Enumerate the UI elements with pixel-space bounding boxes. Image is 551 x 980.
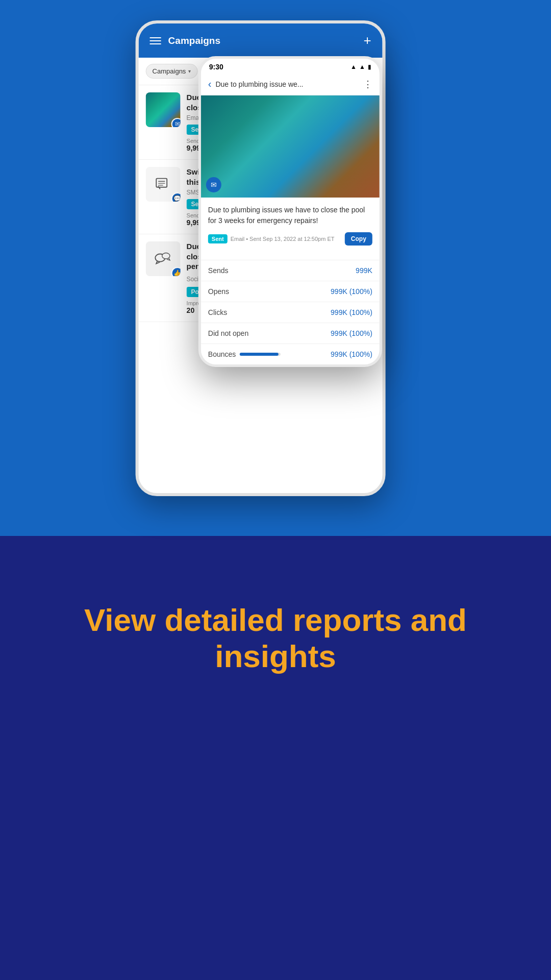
bounces-progress-fill bbox=[240, 353, 279, 356]
opens-stat-value: 999K (100%) bbox=[331, 287, 372, 296]
hamburger-icon[interactable] bbox=[150, 37, 161, 44]
clicks-stat-label: Clicks bbox=[208, 308, 227, 316]
bounces-stat-row: Bounces 999K (100%) bbox=[201, 344, 380, 364]
promo-title: View detailed reports and insights bbox=[31, 602, 520, 675]
sends-stat-label: Sends bbox=[208, 266, 229, 275]
wifi-icon: ▲ bbox=[359, 63, 365, 70]
clicks-stat-value: 999K (100%) bbox=[331, 308, 372, 316]
battery-icon: ▮ bbox=[368, 63, 371, 70]
promo-section: View detailed reports and insights bbox=[0, 536, 551, 750]
bounces-left: Bounces bbox=[208, 350, 281, 358]
plus-icon[interactable]: + bbox=[363, 33, 371, 48]
social-type-badge: 👍 bbox=[171, 267, 181, 276]
copy-button[interactable]: Copy bbox=[345, 232, 372, 246]
stats-section: Sends 999K Opens 999K (100%) Clicks 999K… bbox=[201, 260, 380, 364]
svg-rect-0 bbox=[156, 179, 167, 187]
opens-stat-row: Opens 999K (100%) bbox=[201, 281, 380, 302]
status-bar: 9:30 ▲ ▲ ▮ bbox=[201, 59, 380, 73]
social-chat-icon bbox=[153, 248, 174, 270]
top-section: Campaigns + Campaigns ▾ Status ▾ Last mo… bbox=[0, 0, 551, 536]
app-bar: Campaigns + bbox=[139, 23, 383, 58]
back-arrow-icon[interactable]: ‹ bbox=[208, 78, 212, 90]
app-bar-title: Campaigns bbox=[168, 35, 220, 46]
clicks-stat-row: Clicks 999K (100%) bbox=[201, 302, 380, 323]
detail-body: Due to plumbing issues we have to close … bbox=[201, 198, 380, 260]
bounces-progress-container bbox=[240, 353, 281, 356]
detail-meta-info: Sent Email • Sent Sep 13, 2022 at 12:50p… bbox=[208, 234, 335, 243]
bounces-label: Bounces bbox=[208, 350, 236, 358]
detail-campaign-image: ✉ bbox=[201, 95, 380, 198]
email-type-badge: ✉ bbox=[171, 118, 181, 127]
detail-header-title: Due to plumbing issue we... bbox=[215, 80, 363, 88]
more-options-icon[interactable]: ⋮ bbox=[363, 79, 372, 90]
did-not-open-stat-row: Did not open 999K (100%) bbox=[201, 323, 380, 344]
signal-icon: ▲ bbox=[350, 63, 357, 70]
email-channel-icon: ✉ bbox=[206, 177, 221, 192]
status-time: 9:30 bbox=[209, 63, 223, 71]
foreground-phone: 9:30 ▲ ▲ ▮ ‹ Due to plumbing issue we...… bbox=[198, 56, 382, 367]
did-not-open-label: Did not open bbox=[208, 329, 248, 337]
status-icons: ▲ ▲ ▮ bbox=[350, 63, 371, 70]
campaign-thumbnail-2: 💬 bbox=[146, 167, 181, 202]
detail-sent-badge: Sent bbox=[208, 234, 228, 243]
bounces-value: 999K (100%) bbox=[331, 350, 372, 358]
campaign-thumbnail-1: ✉ bbox=[146, 92, 181, 127]
opens-stat-label: Opens bbox=[208, 287, 229, 296]
detail-meta-text: Email • Sent Sep 13, 2022 at 12:50pm ET bbox=[231, 236, 335, 242]
chevron-down-icon: ▾ bbox=[188, 68, 191, 74]
campaign-description: Due to plumbing issues we have to close … bbox=[208, 205, 372, 226]
campaigns-filter[interactable]: Campaigns ▾ bbox=[146, 64, 198, 79]
detail-meta-row: Sent Email • Sent Sep 13, 2022 at 12:50p… bbox=[208, 232, 372, 246]
did-not-open-value: 999K (100%) bbox=[331, 329, 372, 337]
sends-stat-value: 999K bbox=[356, 266, 372, 275]
sms-type-badge: 💬 bbox=[171, 192, 181, 202]
campaign-thumbnail-3: 👍 bbox=[146, 241, 181, 276]
sms-icon bbox=[154, 175, 173, 194]
sends-stat-row: Sends 999K bbox=[201, 260, 380, 281]
detail-header: ‹ Due to plumbing issue we... ⋮ bbox=[201, 73, 380, 95]
svg-point-6 bbox=[162, 253, 170, 259]
